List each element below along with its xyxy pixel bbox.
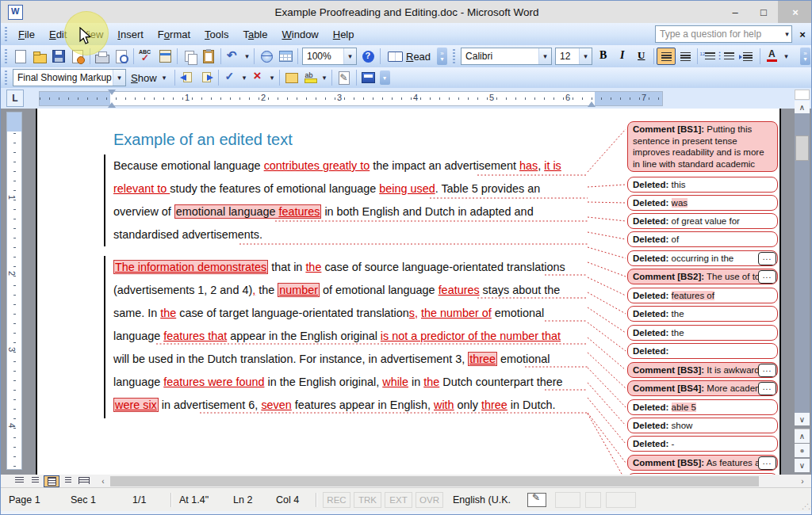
- close-button[interactable]: ×: [778, 1, 812, 23]
- toolbar-grip[interactable]: [5, 71, 7, 86]
- balloon-deleted[interactable]: Deleted: of great value for: [627, 213, 778, 229]
- more-button[interactable]: ...: [758, 270, 776, 284]
- menu-file[interactable]: File: [11, 25, 42, 44]
- font-name-select[interactable]: Calibri ▾: [461, 48, 552, 65]
- toolbar-grip[interactable]: [5, 49, 7, 64]
- help-button[interactable]: [358, 48, 377, 65]
- balloon-deleted[interactable]: Deleted: the: [627, 306, 778, 322]
- status-toggle-ovr[interactable]: OVR: [416, 492, 443, 508]
- print-layout-view-button[interactable]: [44, 475, 59, 487]
- vertical-ruler[interactable]: 1234: [6, 112, 22, 470]
- balloon-deleted[interactable]: Deleted: able 5: [627, 399, 778, 415]
- document-text[interactable]: Example of an edited text Because emotio…: [113, 128, 621, 417]
- indent-button[interactable]: [738, 48, 757, 65]
- reading-layout-view-button[interactable]: [77, 475, 91, 486]
- underline-button[interactable]: [632, 48, 651, 65]
- vertical-scroll-thumb[interactable]: [795, 135, 809, 161]
- show-menu-button[interactable]: Show ▾: [128, 72, 172, 84]
- comment-reference[interactable]: three: [468, 352, 497, 366]
- reviewing-pane-button[interactable]: [359, 69, 378, 86]
- track-changes-button[interactable]: [335, 69, 354, 86]
- comment-reference[interactable]: were six: [113, 398, 159, 412]
- menu-help[interactable]: Help: [326, 25, 362, 44]
- chevron-down-icon[interactable]: ▾: [783, 30, 791, 38]
- numbering-button[interactable]: [700, 48, 719, 65]
- scroll-right-icon[interactable]: ›: [797, 476, 808, 486]
- web-layout-view-button[interactable]: [28, 475, 42, 486]
- balloon-deleted[interactable]: Deleted: features of: [627, 288, 778, 303]
- align-justify-button[interactable]: [676, 48, 695, 65]
- balloon-comment[interactable]: Comment [BS5]: As features are...: [627, 455, 778, 471]
- right-indent-marker[interactable]: [588, 101, 596, 107]
- font-size-select[interactable]: 12 ▾: [555, 48, 592, 65]
- chevron-down-icon[interactable]: ▾: [782, 52, 791, 60]
- balloon-comment[interactable]: Comment [BS2]: The use of too...: [627, 269, 778, 284]
- menu-table[interactable]: Table: [236, 25, 274, 44]
- more-button[interactable]: ...: [758, 456, 776, 470]
- new-document-button[interactable]: [11, 48, 30, 65]
- menu-window[interactable]: Window: [275, 25, 326, 44]
- toolbar-options-chevron[interactable]: »▾: [800, 48, 810, 65]
- accept-change-button[interactable]: [221, 69, 240, 86]
- select-browse-object-icon[interactable]: ●: [795, 444, 810, 457]
- horizontal-scroll-thumb[interactable]: [110, 476, 759, 486]
- comment-reference[interactable]: number: [278, 283, 320, 297]
- open-button[interactable]: [30, 48, 49, 65]
- balloon-deleted[interactable]: Deleted: occurring in the...: [627, 250, 778, 266]
- hanging-indent-marker[interactable]: [108, 102, 116, 108]
- copy-button[interactable]: [180, 48, 199, 65]
- outline-view-button[interactable]: [61, 475, 75, 486]
- bold-button[interactable]: [594, 48, 613, 65]
- previous-page-icon[interactable]: ∧: [795, 429, 810, 443]
- insert-hyperlink-button[interactable]: [257, 48, 276, 65]
- paste-button[interactable]: [199, 48, 218, 65]
- comment-reference[interactable]: emotional language features: [174, 204, 322, 219]
- chevron-down-icon[interactable]: ▾: [268, 74, 277, 82]
- toolbar-grip[interactable]: [453, 49, 455, 64]
- status-toggle-ext[interactable]: EXT: [385, 492, 412, 508]
- balloon-deleted[interactable]: Deleted: was: [627, 195, 778, 211]
- balloon-comment[interactable]: Comment [BS3]: It is awkward t...: [627, 362, 778, 378]
- tab-stop-selector[interactable]: L: [6, 90, 24, 107]
- align-left-button[interactable]: [657, 48, 676, 65]
- balloon-deleted[interactable]: Deleted: of: [627, 231, 778, 247]
- balloon-comment[interactable]: Comment [BS4]: More academi...: [627, 380, 778, 396]
- display-for-review-select[interactable]: Final Showing Markup ▾: [13, 69, 126, 86]
- bullets-button[interactable]: [719, 48, 738, 65]
- chevron-down-icon[interactable]: ▾: [343, 48, 356, 64]
- undo-button[interactable]: [224, 48, 243, 65]
- balloon-comment[interactable]: Comment [BS1]: Putting this sentence in …: [627, 121, 778, 172]
- chevron-down-icon[interactable]: ▾: [113, 70, 125, 86]
- first-line-indent-marker[interactable]: [108, 90, 116, 95]
- menu-tools[interactable]: Tools: [197, 25, 236, 44]
- resize-grip[interactable]: ⋰⋰: [802, 502, 810, 510]
- status-toggle-trk[interactable]: TRK: [354, 492, 381, 508]
- zoom-select[interactable]: 100% ▾: [302, 48, 357, 65]
- menubar-close-icon[interactable]: ×: [792, 29, 812, 40]
- chevron-down-icon[interactable]: ▾: [579, 48, 592, 64]
- print-preview-button[interactable]: [112, 48, 131, 65]
- save-button[interactable]: [49, 48, 68, 65]
- research-button[interactable]: [155, 48, 174, 65]
- normal-view-button[interactable]: [12, 475, 26, 486]
- minimize-button[interactable]: –: [721, 1, 749, 23]
- font-color-button[interactable]: [763, 48, 782, 65]
- menu-format[interactable]: Format: [151, 25, 197, 44]
- toolbar-options-chevron[interactable]: »▾: [437, 48, 447, 65]
- vertical-scrollbar[interactable]: ∧ ∨ ∧ ● ∨: [795, 90, 810, 475]
- toolbar-grip[interactable]: [5, 27, 7, 42]
- read-button[interactable]: Read: [383, 49, 435, 64]
- balloon-deleted[interactable]: Deleted: this: [627, 177, 778, 193]
- proofing-status-icon[interactable]: [527, 493, 546, 507]
- scroll-up-icon[interactable]: ∧: [795, 101, 810, 113]
- balloon-deleted[interactable]: Deleted: show: [627, 418, 778, 433]
- scroll-down-icon[interactable]: ∨: [795, 413, 810, 425]
- balloon-deleted[interactable]: Deleted: -: [627, 436, 778, 452]
- chevron-down-icon[interactable]: ▾: [320, 74, 329, 82]
- insert-comment-button[interactable]: [282, 69, 301, 86]
- chevron-down-icon[interactable]: ▾: [243, 52, 251, 60]
- scroll-left-icon[interactable]: ‹: [98, 476, 109, 486]
- menu-insert[interactable]: Insert: [110, 25, 151, 44]
- toolbar-options-chevron[interactable]: ▾: [380, 71, 390, 85]
- chevron-down-icon[interactable]: ▾: [240, 74, 249, 82]
